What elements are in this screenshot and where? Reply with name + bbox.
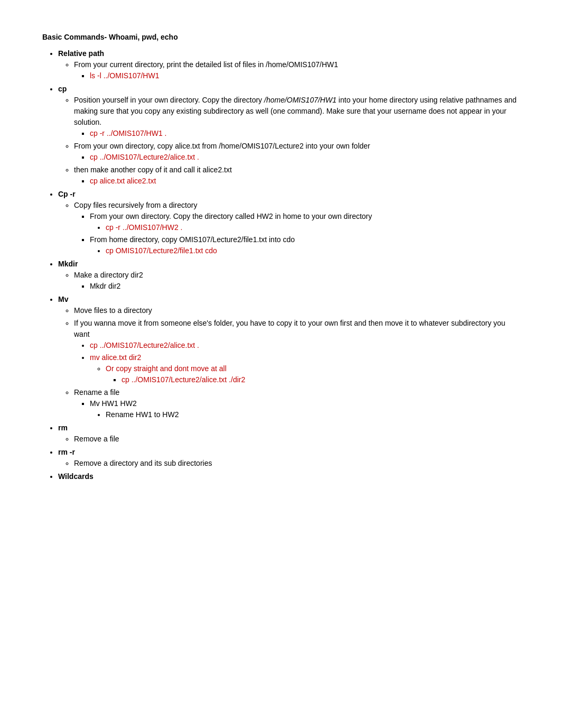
list-item-mkdir: Mkdir Make a directory dir2 Mkdr dir2 <box>58 259 519 292</box>
list-item-mv: Mv Move files to a directory If you wann… <box>58 294 519 420</box>
section-label: Mkdir <box>58 260 78 268</box>
list-item: then make another copy of it and call it… <box>74 164 519 187</box>
list-item: Make a directory dir2 Mkdr dir2 <box>74 270 519 292</box>
list-item-code: cp -r ../OMIS107/HW2 . <box>106 222 519 233</box>
list-item: Rename a file Mv HW1 HW2 Rename HW1 to H… <box>74 387 519 420</box>
list-item-cp: cp Position yourself in your own directo… <box>58 84 519 187</box>
list-item: From your current directory, print the d… <box>74 59 519 81</box>
section-label: Wildcards <box>58 472 94 481</box>
list-item: Rename HW1 to HW2 <box>106 409 519 420</box>
list-item-code: cp ../OMIS107/Lecture2/alice.txt ./dir2 <box>121 374 519 385</box>
list-item-rm-r: rm -r Remove a directory and its sub dir… <box>58 447 519 469</box>
list-item-code: cp -r ../OMIS107/HW1 . <box>90 128 519 139</box>
list-item: From your own directory, copy alice.txt … <box>74 141 519 163</box>
list-item-code: Mkdr dir2 <box>90 281 519 292</box>
section-label: Mv <box>58 295 68 303</box>
list-item: Remove a file <box>74 434 519 445</box>
section-label: rm <box>58 423 68 432</box>
list-item: Move files to a directory <box>74 305 519 316</box>
section-label: Relative path <box>58 49 104 58</box>
list-item-code: cp ../OMIS107/Lecture2/alice.txt . <box>90 152 519 163</box>
list-item-wildcards: Wildcards <box>58 471 519 482</box>
list-item-code: cp OMIS107/Lecture2/file1.txt cdo <box>106 245 519 256</box>
list-item-code: ls -l ../OMIS107/HW1 <box>90 70 519 81</box>
list-item: Copy files recursively from a directory … <box>74 200 519 256</box>
list-item: From your own directory. Copy the direct… <box>90 211 519 233</box>
list-item: If you wanna move it from someone else's… <box>74 318 519 385</box>
page-title: Basic Commands- Whoami, pwd, echo <box>42 32 519 43</box>
list-item-rm: rm Remove a file <box>58 422 519 445</box>
list-item-code: cp alice.txt alice2.txt <box>90 176 519 187</box>
list-item-relative-path: Relative path From your current director… <box>58 48 519 81</box>
list-item-code: Mv HW1 HW2 Rename HW1 to HW2 <box>90 398 519 420</box>
list-item-cp-r: Cp -r Copy files recursively from a dire… <box>58 189 519 256</box>
list-item: Remove a directory and its sub directori… <box>74 458 519 469</box>
page-container: Basic Commands- Whoami, pwd, echo Relati… <box>42 32 519 482</box>
list-item: Or copy straight and dont move at all cp… <box>106 363 519 385</box>
section-label: rm -r <box>58 448 75 456</box>
list-item: From home directory, copy OMIS107/Lectur… <box>90 234 519 256</box>
list-item-code: mv alice.txt dir2 Or copy straight and d… <box>90 352 519 385</box>
list-item: Position yourself in your own directory.… <box>74 95 519 139</box>
list-item-code: cp ../OMIS107/Lecture2/alice.txt . <box>90 340 519 351</box>
section-label: cp <box>58 85 67 93</box>
section-label: Cp -r <box>58 190 76 198</box>
